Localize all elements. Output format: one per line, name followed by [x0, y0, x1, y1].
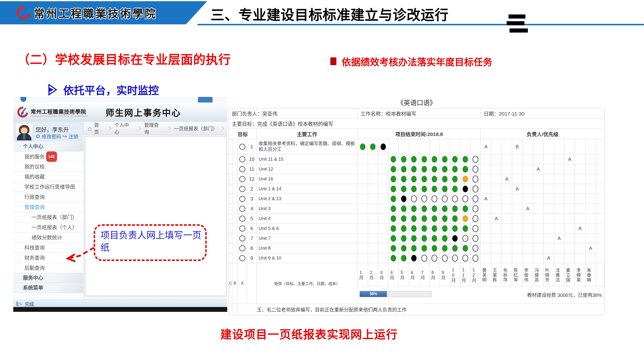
dot-green-icon — [411, 186, 416, 192]
month-cell — [358, 214, 368, 223]
month-label: 2月 — [368, 263, 378, 286]
priority-b-cell — [232, 164, 238, 174]
sidebar-subitem[interactable]: 一页纸报表（个人） — [13, 222, 83, 232]
sidebar-item[interactable]: 我的收藏 — [13, 172, 83, 182]
owner-cell — [502, 214, 512, 223]
month-cell — [430, 204, 440, 213]
dot-black-icon — [411, 255, 416, 261]
person-name-label: 沈雅洁 — [554, 263, 564, 286]
month-cell — [430, 243, 440, 253]
month-cell — [430, 154, 440, 164]
dot-open-icon — [462, 255, 468, 262]
platform-bullet: 依托平台，实时监控 — [47, 82, 159, 97]
sidebar-item[interactable]: 我的议校 — [13, 162, 83, 172]
owner-cell: A — [491, 214, 502, 223]
status-ring-icon[interactable] — [239, 255, 245, 261]
owner-cell — [544, 154, 554, 164]
month-cell — [358, 184, 368, 194]
owner-cell — [491, 164, 502, 174]
person-name-label: 李婷英 — [575, 263, 585, 286]
dot-open-icon — [432, 255, 437, 262]
owner-cell — [512, 174, 522, 184]
owner-cell: B — [512, 139, 522, 154]
owner-cell — [544, 194, 554, 203]
breadcrumb-item[interactable]: 首页 — [94, 121, 104, 135]
owner-cell — [533, 174, 544, 184]
sidebar-section[interactable]: 个人中心 — [13, 142, 83, 152]
month-cell — [358, 139, 368, 154]
month-cell — [460, 233, 470, 243]
month-cell — [388, 164, 399, 174]
breadcrumb-item[interactable]: 个人中心 — [114, 121, 133, 135]
owner-cell — [544, 204, 554, 213]
sidebar-item-label: 系统菜单 — [23, 285, 43, 290]
month-label: 11月 — [460, 263, 470, 286]
sidebar-item[interactable]: 学校工作运行思维导图 — [13, 182, 83, 192]
task-row: 3Unit 2 & 13A — [229, 194, 604, 204]
month-cell — [470, 243, 481, 253]
task-row: 10Unit 11 & 15A — [229, 154, 604, 164]
owner-cell — [491, 194, 502, 203]
status-ring-icon[interactable] — [239, 216, 245, 222]
status-ring-icon[interactable] — [239, 225, 245, 231]
date-cell: 日期：2017-11-30 — [481, 108, 604, 118]
dot-black-icon — [452, 235, 458, 242]
month-cell — [440, 139, 450, 154]
status-ring-icon[interactable] — [239, 235, 245, 241]
status-ring-icon[interactable] — [239, 186, 245, 192]
month-cell — [399, 214, 409, 223]
month-cell — [378, 224, 388, 233]
sidebar-section[interactable]: 服务中心 — [13, 273, 83, 283]
priority-c-cell — [229, 253, 232, 263]
dot-green-icon — [432, 186, 437, 192]
owner-cell — [533, 139, 544, 154]
month-cell — [388, 243, 399, 253]
goal-col-header: 目标 — [229, 129, 257, 139]
priority-a-cell — [238, 184, 247, 194]
status-ring-icon[interactable] — [239, 166, 245, 172]
month-cell — [409, 184, 420, 194]
sidebar-section[interactable]: 系统菜单 — [13, 283, 83, 293]
owner-cell — [575, 164, 585, 174]
status-ring-icon[interactable] — [239, 196, 245, 202]
sidebar-item[interactable]: 我的服务142 — [13, 152, 83, 162]
task-name-cell: Unit 5 & 6 — [257, 224, 358, 233]
task-row: 7Unit 7A — [229, 233, 604, 243]
change-password-link[interactable]: 修改密码 — [42, 133, 61, 140]
month-cell — [460, 174, 470, 184]
right-bullet-heading: 依据绩效考核办法落实年度目标任务 — [330, 54, 492, 68]
priority-a-cell — [238, 253, 247, 263]
owner-cell — [481, 253, 491, 263]
month-cell — [419, 253, 430, 263]
breadcrumb-item[interactable]: 一页纸报表（部门） — [174, 125, 216, 132]
dot-black-icon — [401, 195, 406, 202]
month-cell — [388, 204, 399, 213]
dot-green-icon — [432, 156, 437, 163]
breadcrumb-item[interactable]: 管理查询 — [144, 121, 163, 135]
month-cell — [358, 243, 368, 253]
sidebar-item-label: 科技查询 — [24, 245, 45, 250]
person-name-label: 朱春娟 — [586, 263, 596, 286]
dot-orange-icon — [463, 176, 468, 182]
owner-cell — [481, 224, 491, 233]
owner-cell — [512, 243, 522, 253]
logout-link[interactable]: 注销 — [68, 133, 78, 140]
sidebar-subitem[interactable]: 一页纸报表（部门） — [13, 212, 83, 222]
status-ring-icon[interactable] — [239, 144, 245, 150]
month-cell — [430, 184, 440, 194]
owner-cell — [502, 154, 512, 164]
sidebar-item[interactable]: 行政查询 — [13, 192, 83, 202]
month-cell — [460, 243, 470, 253]
sidebar-item-label: 行政查询 — [24, 194, 45, 200]
status-ring-icon[interactable] — [239, 176, 245, 182]
status-ring-icon[interactable] — [239, 245, 245, 251]
owner-cell — [481, 233, 491, 243]
month-cell — [419, 204, 430, 213]
status-ring-icon[interactable] — [239, 156, 245, 162]
dot-green-icon — [422, 156, 427, 163]
status-ring-icon[interactable] — [239, 206, 245, 212]
sidebar-item[interactable]: 管理查询 — [13, 202, 83, 212]
breadcrumb: ⌂ 首页个人中心管理查询一页纸报表（部门） — [83, 122, 228, 135]
owner-cell — [533, 194, 544, 203]
sidebar-subitem[interactable]: 绩效分数统计 — [13, 232, 83, 243]
